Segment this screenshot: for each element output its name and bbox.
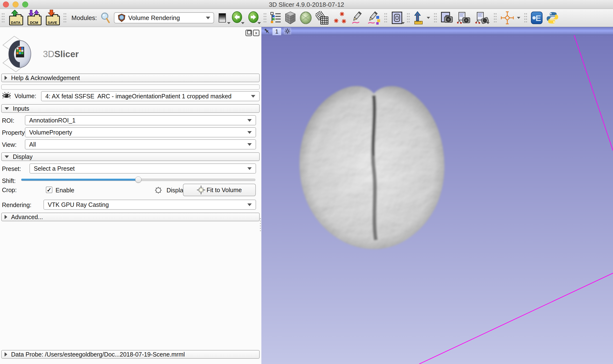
import-dicom-button[interactable]: DCM bbox=[27, 10, 41, 25]
view-combobox[interactable]: All bbox=[25, 139, 256, 149]
toolbar-grip[interactable] bbox=[63, 12, 67, 24]
toolbar-grip[interactable] bbox=[407, 12, 410, 24]
chevron-down-icon bbox=[247, 119, 252, 122]
advanced-label: Advanced... bbox=[11, 214, 43, 221]
toolbar-grip[interactable] bbox=[1, 12, 5, 24]
toolbar-grip[interactable] bbox=[434, 12, 437, 24]
shift-slider[interactable] bbox=[21, 176, 255, 183]
center-view-button[interactable] bbox=[284, 27, 291, 35]
chevron-down-icon bbox=[427, 17, 430, 19]
preset-combobox[interactable]: Select a Preset bbox=[29, 163, 256, 174]
load-data-button[interactable]: DATA bbox=[8, 10, 23, 25]
display-section-header[interactable]: Display bbox=[1, 152, 260, 161]
capture-view-button[interactable] bbox=[440, 11, 453, 25]
module-selector[interactable]: Volume Rendering bbox=[114, 12, 214, 23]
window-title: 3D Slicer 4.9.0-2018-07-12 bbox=[0, 1, 613, 8]
roi-label: ROI: bbox=[2, 117, 14, 124]
toolbar-grip[interactable] bbox=[384, 12, 387, 24]
collapsed-arrow-icon bbox=[5, 215, 7, 219]
view-tab-label: 1 bbox=[275, 28, 278, 35]
main-toolbar: DATA DCM SAVE Modules: Volume Renderin bbox=[0, 9, 613, 27]
modules-label: Modules: bbox=[71, 14, 97, 22]
volumes-module-button[interactable] bbox=[285, 11, 296, 25]
rendering-value: VTK GPU Ray Casting bbox=[48, 201, 247, 208]
expanded-arrow-icon bbox=[5, 156, 9, 158]
preset-value: Select a Preset bbox=[34, 165, 247, 172]
help-acknowledgement-section[interactable]: Help & Acknowledgement bbox=[1, 74, 260, 82]
toolbar-grip[interactable] bbox=[493, 12, 497, 24]
collapsed-arrow-icon bbox=[5, 76, 7, 80]
shift-slider-handle[interactable] bbox=[135, 176, 141, 183]
panel-splitter-handle[interactable] bbox=[260, 217, 261, 232]
roi-combobox[interactable]: AnnotationROI_1 bbox=[25, 115, 256, 125]
module-back-button[interactable] bbox=[231, 11, 244, 25]
threed-view[interactable]: 1 bbox=[261, 27, 613, 364]
units-arrow-ruler-icon bbox=[414, 11, 424, 25]
rendering-label: Rendering: bbox=[2, 202, 31, 208]
chevron-down-icon bbox=[247, 131, 252, 134]
crop-enable-checkbox[interactable]: ✓ bbox=[46, 187, 52, 193]
slicer-logo-text: 3DSlicer bbox=[43, 49, 79, 59]
fit-to-volume-button[interactable]: Fit to Volume bbox=[183, 184, 256, 196]
units-settings-button[interactable] bbox=[413, 11, 430, 25]
transform-grid-icon bbox=[315, 11, 329, 25]
undock-panel-button[interactable] bbox=[245, 30, 252, 36]
module-panel: x 3DSlicer Help & Acknowledgement Volume… bbox=[0, 27, 262, 364]
import-dicom-label: DCM bbox=[27, 21, 41, 25]
screenshot-window-icon bbox=[392, 11, 403, 24]
volume-value: 4: AX fetal SSFSE ARC - imageOrientation… bbox=[45, 93, 251, 100]
chevron-down-icon bbox=[247, 143, 252, 146]
fiducial-markers-icon bbox=[332, 11, 348, 25]
annotation-properties-button[interactable] bbox=[367, 11, 381, 25]
module-history-button[interactable] bbox=[270, 11, 281, 25]
scene-view-restore-button[interactable] bbox=[474, 11, 490, 25]
volume-label: Volume: bbox=[14, 92, 36, 100]
pin-icon[interactable] bbox=[264, 28, 270, 34]
toolbar-grip[interactable] bbox=[524, 12, 527, 24]
shift-label: Shift: bbox=[2, 177, 16, 184]
crosshair-icon bbox=[501, 11, 514, 25]
checkmark-icon: ✓ bbox=[47, 187, 51, 193]
annotations-module-button[interactable] bbox=[351, 11, 364, 25]
slicer-logo bbox=[1, 34, 42, 74]
inputs-section-header[interactable]: Inputs bbox=[1, 104, 260, 113]
scene-view-save-button[interactable] bbox=[457, 11, 471, 25]
module-search-button[interactable] bbox=[100, 11, 110, 25]
fit-to-volume-icon bbox=[197, 186, 205, 194]
eye-icon bbox=[2, 91, 11, 100]
collapsed-arrow-icon bbox=[5, 352, 7, 357]
crop-label: Crop: bbox=[2, 187, 17, 194]
property-combobox[interactable]: VolumeProperty bbox=[25, 127, 256, 137]
window-level-gradient-button[interactable] bbox=[218, 11, 227, 25]
chevron-down-icon bbox=[486, 22, 490, 24]
markups-module-button[interactable] bbox=[332, 11, 348, 25]
models-module-button[interactable] bbox=[300, 11, 312, 25]
extensions-manager-button[interactable]: E bbox=[531, 11, 543, 25]
advanced-section-header[interactable]: Advanced... bbox=[1, 213, 260, 221]
save-scene-button[interactable]: SAVE bbox=[45, 10, 60, 25]
transforms-module-button[interactable] bbox=[315, 11, 329, 25]
python-console-button[interactable] bbox=[546, 11, 559, 25]
screenshot-button[interactable] bbox=[391, 11, 403, 25]
chevron-down-icon bbox=[401, 22, 405, 24]
save-scene-label: SAVE bbox=[45, 21, 60, 25]
inputs-label: Inputs bbox=[13, 105, 29, 112]
display-roi-eye-icon[interactable] bbox=[153, 186, 163, 194]
crosshair-button[interactable] bbox=[500, 11, 520, 25]
toolbar-grip[interactable] bbox=[263, 12, 267, 24]
view-tab[interactable]: 1 bbox=[272, 28, 281, 35]
volume-combobox[interactable]: 4: AX fetal SSFSE ARC - imageOrientation… bbox=[41, 91, 260, 101]
data-probe-section[interactable]: Data Probe: /Users/esteegoldberg/Doc...2… bbox=[1, 350, 260, 359]
view-label: View: bbox=[2, 141, 17, 148]
view3d-canvas[interactable] bbox=[261, 35, 613, 364]
property-value: VolumeProperty bbox=[29, 129, 247, 136]
close-icon: x bbox=[255, 31, 257, 35]
extensions-glyph: E bbox=[535, 13, 541, 23]
close-panel-button[interactable]: x bbox=[253, 30, 259, 36]
rendering-combobox[interactable]: VTK GPU Ray Casting bbox=[43, 200, 256, 210]
view-value: All bbox=[29, 141, 247, 148]
module-forward-button[interactable] bbox=[247, 11, 260, 25]
view3d-controller-bar: 1 bbox=[261, 27, 613, 35]
chevron-down-icon bbox=[258, 22, 261, 24]
camera-sceneview-icon bbox=[457, 11, 471, 24]
